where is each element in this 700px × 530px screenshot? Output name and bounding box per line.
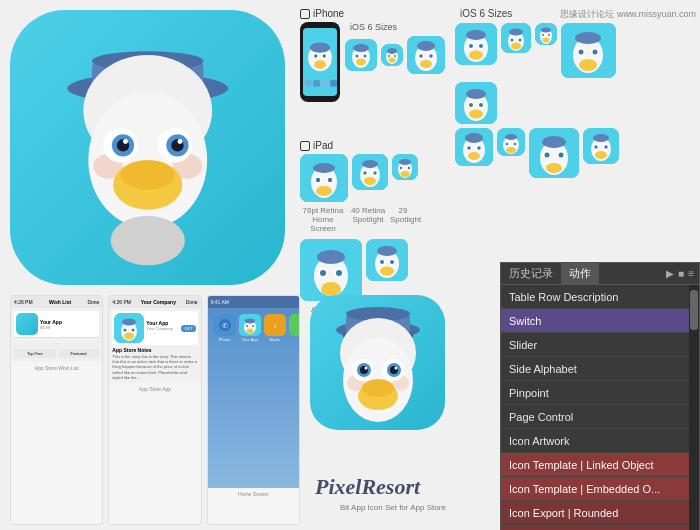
svg-point-45 [394, 55, 396, 57]
svg-point-52 [419, 54, 423, 58]
svg-point-65 [509, 29, 523, 36]
svg-point-89 [466, 89, 486, 99]
svg-point-105 [505, 134, 517, 140]
svg-point-113 [542, 136, 566, 148]
svg-point-164 [380, 260, 384, 264]
svg-point-33 [353, 44, 369, 52]
ipad-label: iPad [300, 140, 445, 151]
svg-point-81 [575, 32, 601, 44]
svg-point-57 [466, 30, 486, 40]
svg-point-158 [321, 282, 341, 296]
tab-history[interactable]: 历史记录 [501, 263, 561, 284]
svg-point-24 [314, 54, 317, 57]
svg-point-102 [468, 152, 480, 160]
svg-rect-28 [313, 80, 320, 87]
svg-point-77 [548, 34, 550, 36]
ios6-right-section: iOS 6 Sizes [455, 8, 650, 178]
svg-point-25 [323, 54, 326, 57]
panel-stop-btn[interactable]: ■ [678, 268, 684, 279]
ios6-right-icon-1 [455, 23, 497, 65]
svg-point-200 [364, 366, 367, 369]
svg-point-142 [364, 177, 376, 185]
svg-rect-27 [305, 80, 312, 87]
list-item-side-alphabet[interactable]: Side Alphabet [501, 357, 699, 381]
big-duck-icon [10, 10, 285, 285]
svg-point-93 [479, 103, 483, 107]
svg-point-124 [594, 145, 597, 148]
iphone-screen-content [303, 28, 337, 96]
svg-point-203 [362, 379, 394, 397]
iphone-label: iPhone [300, 8, 445, 19]
pixel-resort-logo: PixelResort [315, 474, 420, 500]
svg-point-68 [511, 39, 514, 42]
svg-point-126 [595, 151, 607, 159]
panel-menu-btn[interactable]: ≡ [688, 268, 694, 279]
history-actions-panel: 历史记录 动作 ▶ ■ ≡ Table Row Description Swit… [500, 262, 700, 530]
svg-point-141 [373, 171, 376, 174]
svg-point-38 [356, 59, 366, 66]
panel-play-btn[interactable]: ▶ [666, 268, 674, 279]
panel-scrollbar[interactable] [689, 285, 699, 530]
svg-point-49 [417, 41, 435, 51]
ipad-icon-5 [366, 239, 408, 281]
ios6-sizes-1: iOS 6 Sizes [345, 22, 445, 74]
svg-point-149 [408, 167, 410, 169]
panel-controls: ▶ ■ ≡ [666, 268, 699, 279]
svg-point-100 [467, 146, 471, 150]
list-item-icon-export-rounded[interactable]: Icon Export | Rounded [501, 501, 699, 525]
list-item-icon-template-embedded[interactable]: Icon Template | Embedded O... [501, 477, 699, 501]
svg-rect-29 [322, 80, 329, 87]
list-item-pinpoint[interactable]: Pinpoint [501, 381, 699, 405]
svg-point-101 [477, 146, 481, 150]
phone-screenshot-2: 4:26 PM Your Company Done Your App Your … [108, 295, 201, 525]
svg-point-41 [387, 48, 397, 54]
ios6-right-icon-7 [497, 128, 525, 156]
iphone-section: iPhone [300, 8, 445, 102]
svg-point-169 [122, 319, 136, 326]
svg-rect-30 [330, 80, 337, 87]
svg-point-70 [511, 43, 521, 50]
svg-point-150 [401, 171, 410, 177]
scrollbar-thumb[interactable] [690, 290, 698, 330]
list-item-switch[interactable]: Switch [501, 309, 699, 333]
svg-point-173 [132, 329, 135, 332]
ios6-right-icon-5 [455, 82, 497, 124]
svg-point-60 [469, 44, 473, 48]
svg-point-117 [559, 153, 564, 158]
ios6-right-icon-6 [455, 128, 493, 166]
svg-point-85 [593, 50, 598, 55]
svg-point-46 [389, 58, 396, 63]
svg-point-145 [399, 159, 411, 165]
list-item-page-control[interactable]: Page Control [501, 405, 699, 429]
svg-text:♪: ♪ [273, 321, 277, 330]
list-item-icon-artwork[interactable]: Icon Artwork [501, 429, 699, 453]
svg-point-21 [310, 42, 330, 52]
svg-point-37 [364, 55, 367, 58]
ios6-right-icon-8 [529, 128, 579, 178]
list-item-table-row[interactable]: Table Row Description [501, 285, 699, 309]
ios6-icon-2 [381, 44, 403, 66]
small-label: Bit App Icon Set for App Store [340, 503, 446, 512]
tab-actions[interactable]: 动作 [561, 263, 599, 284]
list-item-icon-template-linked[interactable]: Icon Template | Linked Object [501, 453, 699, 477]
svg-point-172 [124, 329, 127, 332]
svg-point-53 [429, 54, 433, 58]
list-item-icon-export-squared[interactable]: Icon Export | Squared [501, 525, 699, 530]
list-item-slider[interactable]: Slider [501, 333, 699, 357]
svg-point-109 [514, 143, 517, 146]
svg-point-184 [246, 329, 253, 334]
phone-screenshot-1: 4:26 PM Wish List Done Your App $0.99 · … [10, 295, 103, 525]
svg-point-118 [546, 163, 562, 173]
svg-point-201 [394, 366, 397, 369]
phone-screenshot-3: 9:41 AM ✆ Phone Your App [207, 295, 300, 525]
panel-header: 历史记录 动作 ▶ ■ ≡ [501, 263, 699, 285]
svg-point-156 [320, 270, 326, 276]
svg-point-183 [252, 325, 254, 327]
svg-point-166 [380, 267, 394, 276]
svg-point-125 [604, 145, 607, 148]
svg-point-84 [579, 50, 584, 55]
ios6-icon-1 [345, 39, 377, 71]
svg-point-153 [317, 250, 345, 264]
svg-point-26 [314, 60, 326, 69]
svg-point-179 [245, 319, 255, 324]
